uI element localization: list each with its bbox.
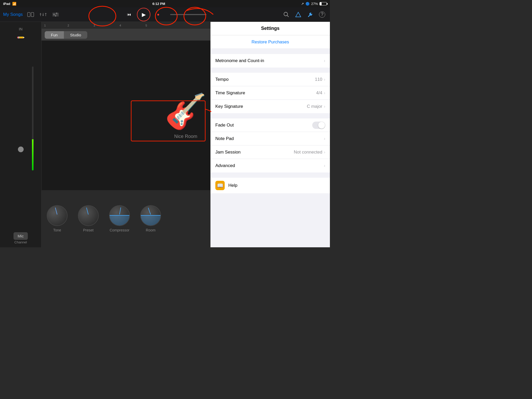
wifi-icon: 📶 — [12, 2, 16, 6]
channel-label: Channel — [14, 240, 27, 244]
knob-line — [55, 208, 57, 215]
knob-tone: Tone — [47, 205, 68, 232]
toolbar-right: ? — [282, 10, 327, 19]
help-row[interactable]: 📖 Help — [211, 178, 330, 193]
key-signature-value: C major — [307, 104, 322, 109]
arpeggio-icon-btn[interactable] — [294, 10, 303, 19]
svg-point-14 — [284, 12, 288, 16]
ruler-mark-2: 2 — [68, 24, 69, 27]
tempo-chevron: › — [324, 77, 325, 82]
knob-room: Room — [140, 205, 161, 232]
note-pad-row[interactable]: Note Pad › — [211, 132, 330, 145]
key-signature-chevron: › — [324, 104, 325, 109]
key-signature-row[interactable]: Key Signature C major › — [211, 100, 330, 113]
time-signature-right: 4/4 › — [316, 90, 325, 96]
my-songs-button[interactable]: My Songs — [3, 12, 23, 17]
svg-point-13 — [55, 15, 56, 16]
ruler-mark-3: 3 — [94, 24, 95, 27]
fade-out-row[interactable]: Fade Out — [211, 118, 330, 132]
knob-line-preset — [86, 208, 89, 215]
misc-section: Fade Out Note Pad › Jam Session Not conn… — [211, 118, 330, 172]
settings-eq-button[interactable] — [51, 10, 60, 19]
section-gap-2 — [211, 68, 330, 73]
tempo-label: Tempo — [215, 77, 229, 82]
bluetooth-icon: 🔵 — [305, 2, 310, 6]
jam-session-label: Jam Session — [215, 150, 241, 155]
status-left: iPad 📶 — [3, 2, 16, 6]
transport-controls: ⏮ ▶ ● — [123, 8, 207, 21]
settings-body: Restore Purchases Metronome and Count-in… — [211, 35, 330, 247]
note-pad-chevron: › — [324, 136, 325, 141]
help-icon: 📖 — [215, 181, 225, 190]
svg-point-12 — [56, 12, 57, 14]
advanced-label: Advanced — [215, 163, 235, 168]
advanced-chevron: › — [324, 163, 325, 168]
toolbar: My Songs ⏮ ▶ ● ? — [0, 7, 330, 22]
metronome-row[interactable]: Metronome and Count-in › — [211, 54, 330, 68]
ruler-mark-5: 5 — [145, 24, 147, 27]
tracks-view-button[interactable] — [26, 10, 35, 19]
status-time: 6:12 PM — [152, 2, 165, 6]
ruler-mark-4: 4 — [119, 24, 121, 27]
room-knob[interactable] — [140, 205, 161, 226]
fade-out-toggle[interactable] — [312, 122, 325, 129]
play-button[interactable]: ▶ — [137, 8, 150, 21]
time-signature-label: Time Signature — [215, 90, 245, 96]
wrench-icon-btn[interactable] — [305, 10, 315, 19]
restore-purchases-button[interactable]: Restore Purchases — [251, 39, 289, 45]
tempo-slider[interactable] — [170, 14, 207, 15]
time-signature-value: 4/4 — [316, 90, 322, 96]
knob-preset: Preset — [78, 205, 99, 232]
section-gap-4 — [211, 172, 330, 178]
search-icon-btn[interactable] — [282, 10, 291, 19]
svg-rect-0 — [28, 12, 30, 17]
tone-label: Tone — [53, 228, 61, 232]
section-gap-1 — [211, 49, 330, 54]
in-label: IN — [19, 27, 23, 31]
metronome-chevron: › — [324, 58, 325, 63]
rewind-button[interactable]: ⏮ — [123, 9, 135, 20]
mic-button[interactable]: Mic — [14, 232, 28, 240]
preset-knob[interactable] — [78, 205, 99, 226]
svg-marker-16 — [296, 12, 301, 17]
help-section: 📖 Help — [211, 178, 330, 193]
svg-point-11 — [53, 14, 55, 15]
ruler-mark-1: 1 — [44, 24, 46, 27]
jam-session-row[interactable]: Jam Session Not connected › — [211, 145, 330, 159]
settings-panel: Settings Restore Purchases Metronome and… — [210, 22, 330, 247]
arrow-icon: ↗ — [301, 2, 304, 6]
preset-label: Preset — [83, 228, 94, 232]
help-label: Help — [228, 183, 237, 188]
vu-green — [32, 139, 34, 170]
advanced-row[interactable]: Advanced › — [211, 159, 330, 172]
knob-line-compressor — [119, 207, 121, 215]
eyedropper-icon[interactable]: ✏️ — [16, 33, 25, 42]
tone-knob[interactable] — [47, 205, 68, 226]
compressor-knob[interactable] — [109, 205, 130, 226]
instrument-name: Nice Room — [174, 134, 197, 139]
fun-tab[interactable]: Fun — [45, 31, 64, 39]
knob-compressor: Compressor — [109, 205, 130, 232]
room-label: Room — [146, 228, 155, 232]
status-right: ↗ 🔵 27% — [301, 2, 327, 6]
record-button[interactable]: ● — [152, 9, 164, 20]
status-bar: iPad 📶 6:12 PM ↗ 🔵 27% — [0, 0, 330, 7]
mixer-button[interactable] — [38, 10, 48, 19]
time-signature-row[interactable]: Time Signature 4/4 › — [211, 86, 330, 100]
settings-title: Settings — [261, 26, 280, 31]
help-icon-btn[interactable]: ? — [317, 10, 327, 19]
guitar-image: 🎸 — [165, 92, 207, 131]
tempo-value: 110 — [315, 77, 322, 82]
tempo-row[interactable]: Tempo 110 › — [211, 73, 330, 86]
restore-purchases-row[interactable]: Restore Purchases — [211, 35, 330, 49]
left-sidebar: IN ✏️ Mic Channel — [0, 22, 42, 247]
volume-handle[interactable] — [18, 147, 24, 152]
segment-control: Fun Studio — [45, 31, 87, 39]
metronome-right: › — [324, 58, 325, 63]
battery-bar — [320, 2, 327, 5]
mic-channel-area: Mic Channel — [14, 232, 28, 244]
studio-tab[interactable]: Studio — [64, 31, 88, 39]
key-signature-right: C major › — [307, 104, 325, 109]
note-pad-label: Note Pad — [215, 136, 234, 141]
svg-line-15 — [287, 15, 289, 17]
